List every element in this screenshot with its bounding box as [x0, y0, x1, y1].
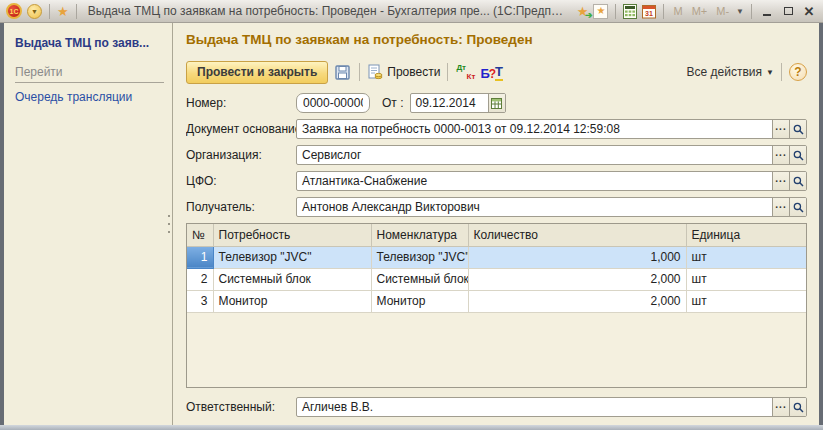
basis-open-button[interactable] [789, 120, 806, 138]
window-body: Выдача ТМЦ по заяв... Перейти Очередь тр… [4, 23, 819, 425]
calculator-icon[interactable] [623, 4, 637, 19]
minimize-button[interactable] [759, 4, 775, 18]
responsible-select-button[interactable]: ... [772, 398, 789, 416]
favorites-star-icon[interactable]: ★ [57, 5, 69, 18]
main-panel: Выдача ТМЦ по заявкам на потребность: Пр… [173, 23, 819, 425]
window-bottom-border [0, 425, 823, 430]
responsible-row: Ответственный: Агличев В.В. ... [186, 397, 807, 417]
items-table: № Потребность Номенклатура Количество Ед… [187, 224, 806, 313]
sidebar-splitter[interactable] [172, 23, 173, 425]
basis-input[interactable]: Заявка на потребность 0000-0013 от 09.12… [296, 119, 807, 139]
help-button[interactable]: ? [789, 63, 807, 81]
organization-select-button[interactable]: ... [772, 146, 789, 164]
cell-quantity[interactable]: 2,000 [468, 290, 686, 312]
toolbar-overflow-icon[interactable]: ▼ [736, 7, 744, 16]
add-to-favorites-icon[interactable]: ★➔ [577, 5, 589, 18]
app-window: 1С ▼ ★ Выдача ТМЦ по заявкам на потребно… [0, 0, 823, 430]
cell-unit[interactable]: шт [686, 290, 806, 312]
recipient-label: Получатель: [186, 200, 296, 214]
basis-row: Документ основание: Заявка на потребност… [186, 119, 807, 139]
responsible-open-button[interactable] [789, 398, 806, 416]
document-movements-icon[interactable]: Б ? Т [480, 64, 503, 81]
cfo-input[interactable]: Атлантика-Снабжение ... [296, 171, 807, 191]
table-row[interactable]: 1 Телевизор "JVC" Телевизор "JVC" 1,000 … [187, 246, 806, 268]
col-header-qty[interactable]: Количество [468, 224, 686, 246]
responsible-label: Ответственный: [186, 400, 296, 414]
number-input[interactable] [296, 93, 370, 113]
maximize-button[interactable] [780, 4, 796, 18]
col-header-unit[interactable]: Единица [686, 224, 806, 246]
all-actions-button[interactable]: Все действия ▼ [687, 65, 774, 79]
recipient-open-button[interactable] [789, 198, 806, 216]
organization-input[interactable]: Сервислог ... [296, 145, 807, 165]
cell-need[interactable]: Системный блок [213, 268, 371, 290]
post-button[interactable]: Провести [367, 64, 440, 80]
sidebar-link-translation-queue[interactable]: Очередь трансляции [15, 90, 164, 104]
window-title: Выдача ТМЦ по заявкам на потребность: Пр… [84, 4, 572, 18]
table-header-row: № Потребность Номенклатура Количество Ед… [187, 224, 806, 246]
organization-open-button[interactable] [789, 146, 806, 164]
memory-m-button[interactable]: M [671, 5, 684, 17]
date-input[interactable]: 09.12.2014 [410, 93, 506, 113]
floppy-icon [335, 65, 350, 80]
col-header-num[interactable]: № [187, 224, 213, 246]
cell-row-number[interactable]: 1 [187, 246, 213, 268]
magnifier-icon [793, 202, 804, 213]
cell-row-number[interactable]: 2 [187, 268, 213, 290]
organization-row: Организация: Сервислог ... [186, 145, 807, 165]
1c-logo-icon: 1С [6, 3, 22, 19]
sidebar: Выдача ТМЦ по заяв... Перейти Очередь тр… [4, 23, 172, 425]
cell-need[interactable]: Телевизор "JVC" [213, 246, 371, 268]
calendar-grid-icon [491, 98, 502, 109]
post-document-icon [367, 64, 383, 80]
col-header-need[interactable]: Потребность [213, 224, 371, 246]
close-button[interactable]: ✕ [801, 4, 817, 18]
magnifier-icon [793, 176, 804, 187]
cfo-open-button[interactable] [789, 172, 806, 190]
cell-row-number[interactable]: 3 [187, 290, 213, 312]
basis-select-button[interactable]: ... [772, 120, 789, 138]
open-favorites-icon[interactable]: ★ [593, 4, 608, 19]
memory-mminus-button[interactable]: M- [714, 5, 731, 17]
recipient-input[interactable]: Антонов Александр Викторович ... [296, 197, 807, 217]
form-toolbar: Провести и закрыть Провести Дт Кт [186, 60, 807, 84]
cell-nomenclature[interactable]: Системный блок [371, 268, 468, 290]
responsible-input[interactable]: Агличев В.В. ... [296, 397, 807, 417]
col-header-nomenclature[interactable]: Номенклатура [371, 224, 468, 246]
date-label: От : [382, 96, 404, 110]
page-title: Выдача ТМЦ по заявкам на потребность: Пр… [186, 32, 819, 47]
dt-kt-postings-icon[interactable]: Дт Кт [455, 63, 475, 81]
cell-need[interactable]: Монитор [213, 290, 371, 312]
table-row[interactable]: 2 Системный блок Системный блок 2,000 шт [187, 268, 806, 290]
recipient-row: Получатель: Антонов Александр Викторович… [186, 197, 807, 217]
cfo-row: ЦФО: Атлантика-Снабжение ... [186, 171, 807, 191]
magnifier-icon [793, 150, 804, 161]
magnifier-icon [793, 124, 804, 135]
number-row: Номер: От : 09.12.2014 [186, 93, 807, 113]
chevron-down-icon: ▼ [766, 68, 774, 77]
memory-mplus-button[interactable]: M+ [690, 5, 710, 17]
save-button[interactable] [333, 63, 352, 82]
cell-unit[interactable]: шт [686, 246, 806, 268]
titlebar: 1С ▼ ★ Выдача ТМЦ по заявкам на потребно… [0, 0, 823, 23]
sidebar-caption: Выдача ТМЦ по заяв... [15, 36, 164, 50]
date-picker-button[interactable] [488, 94, 505, 112]
cell-quantity[interactable]: 2,000 [468, 268, 686, 290]
cfo-label: ЦФО: [186, 174, 296, 188]
magnifier-icon [793, 402, 804, 413]
cell-quantity[interactable]: 1,000 [468, 246, 686, 268]
items-table-frame: № Потребность Номенклатура Количество Ед… [186, 223, 807, 388]
svg-text:31: 31 [646, 10, 654, 17]
main-menu-button[interactable]: ▼ [27, 4, 42, 19]
recipient-select-button[interactable]: ... [772, 198, 789, 216]
cell-unit[interactable]: шт [686, 268, 806, 290]
sidebar-nav-header: Перейти [15, 65, 164, 83]
organization-label: Организация: [186, 148, 296, 162]
table-row[interactable]: 3 Монитор Монитор 2,000 шт [187, 290, 806, 312]
number-label: Номер: [186, 96, 296, 110]
cell-nomenclature[interactable]: Монитор [371, 290, 468, 312]
calendar-icon[interactable]: 31 [642, 4, 656, 19]
cfo-select-button[interactable]: ... [772, 172, 789, 190]
post-and-close-button[interactable]: Провести и закрыть [186, 61, 328, 84]
cell-nomenclature[interactable]: Телевизор "JVC" [371, 246, 468, 268]
